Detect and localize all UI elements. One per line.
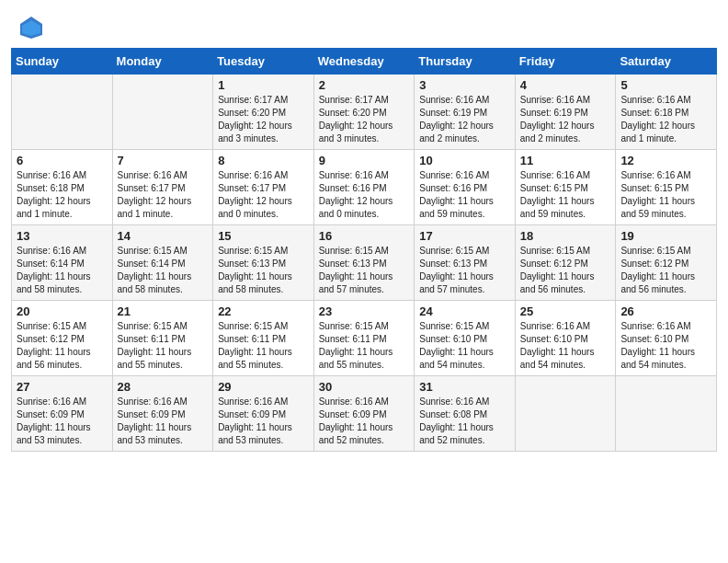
cell-info: Sunrise: 6:16 AM Sunset: 6:09 PM Dayligh…	[319, 396, 410, 447]
calendar-body: 1Sunrise: 6:17 AM Sunset: 6:20 PM Daylig…	[12, 75, 717, 452]
day-number: 14	[118, 229, 209, 243]
calendar-header: SundayMondayTuesdayWednesdayThursdayFrid…	[12, 49, 717, 75]
calendar-week-row: 1Sunrise: 6:17 AM Sunset: 6:20 PM Daylig…	[12, 75, 717, 150]
cell-info: Sunrise: 6:16 AM Sunset: 6:19 PM Dayligh…	[419, 94, 510, 145]
cell-info: Sunrise: 6:17 AM Sunset: 6:20 PM Dayligh…	[319, 94, 410, 145]
cell-info: Sunrise: 6:16 AM Sunset: 6:17 PM Dayligh…	[118, 169, 209, 221]
calendar-cell: 8Sunrise: 6:16 AM Sunset: 6:17 PM Daylig…	[213, 150, 314, 225]
header	[0, 0, 728, 48]
cell-info: Sunrise: 6:16 AM Sunset: 6:14 PM Dayligh…	[17, 245, 108, 296]
cell-info: Sunrise: 6:16 AM Sunset: 6:09 PM Dayligh…	[218, 396, 309, 447]
day-number: 19	[620, 229, 711, 243]
cell-info: Sunrise: 6:15 AM Sunset: 6:13 PM Dayligh…	[319, 245, 410, 296]
calendar-cell: 7Sunrise: 6:16 AM Sunset: 6:17 PM Daylig…	[112, 150, 213, 225]
day-number: 7	[118, 154, 209, 167]
calendar-cell: 28Sunrise: 6:16 AM Sunset: 6:09 PM Dayli…	[112, 376, 213, 452]
calendar-cell: 15Sunrise: 6:15 AM Sunset: 6:13 PM Dayli…	[213, 225, 314, 301]
calendar-cell: 29Sunrise: 6:16 AM Sunset: 6:09 PM Dayli…	[213, 376, 314, 452]
cell-info: Sunrise: 6:15 AM Sunset: 6:12 PM Dayligh…	[17, 320, 108, 372]
day-number: 9	[319, 154, 410, 167]
calendar-cell: 4Sunrise: 6:16 AM Sunset: 6:19 PM Daylig…	[515, 75, 616, 150]
page: SundayMondayTuesdayWednesdayThursdayFrid…	[0, 0, 728, 563]
header-row: SundayMondayTuesdayWednesdayThursdayFrid…	[12, 49, 717, 75]
calendar-cell: 3Sunrise: 6:16 AM Sunset: 6:19 PM Daylig…	[415, 75, 516, 150]
day-number: 1	[218, 78, 309, 92]
calendar-cell: 9Sunrise: 6:16 AM Sunset: 6:16 PM Daylig…	[313, 150, 415, 225]
calendar-cell: 31Sunrise: 6:16 AM Sunset: 6:08 PM Dayli…	[415, 376, 516, 452]
calendar-cell: 18Sunrise: 6:15 AM Sunset: 6:12 PM Dayli…	[515, 225, 616, 301]
header-day: Thursday	[415, 49, 516, 75]
calendar-cell: 22Sunrise: 6:15 AM Sunset: 6:11 PM Dayli…	[213, 301, 314, 376]
cell-info: Sunrise: 6:16 AM Sunset: 6:15 PM Dayligh…	[520, 169, 611, 221]
header-day: Wednesday	[313, 49, 415, 75]
calendar-cell	[616, 376, 717, 452]
day-number: 10	[419, 154, 510, 167]
cell-info: Sunrise: 6:16 AM Sunset: 6:10 PM Dayligh…	[620, 320, 711, 372]
day-number: 22	[218, 304, 309, 318]
day-number: 20	[17, 304, 108, 318]
cell-info: Sunrise: 6:15 AM Sunset: 6:11 PM Dayligh…	[118, 320, 209, 372]
calendar: SundayMondayTuesdayWednesdayThursdayFrid…	[0, 48, 728, 563]
cell-info: Sunrise: 6:15 AM Sunset: 6:14 PM Dayligh…	[118, 245, 209, 296]
logo	[18, 15, 48, 40]
cell-info: Sunrise: 6:16 AM Sunset: 6:18 PM Dayligh…	[620, 94, 711, 145]
calendar-cell: 21Sunrise: 6:15 AM Sunset: 6:11 PM Dayli…	[112, 301, 213, 376]
calendar-cell: 2Sunrise: 6:17 AM Sunset: 6:20 PM Daylig…	[313, 75, 415, 150]
cell-info: Sunrise: 6:16 AM Sunset: 6:16 PM Dayligh…	[419, 169, 510, 221]
day-number: 13	[17, 229, 108, 243]
header-day: Monday	[112, 49, 213, 75]
logo-icon	[18, 15, 44, 40]
calendar-cell: 24Sunrise: 6:15 AM Sunset: 6:10 PM Dayli…	[415, 301, 516, 376]
header-day: Sunday	[12, 49, 113, 75]
cell-info: Sunrise: 6:16 AM Sunset: 6:09 PM Dayligh…	[17, 396, 108, 447]
calendar-cell	[112, 75, 213, 150]
header-day: Friday	[515, 49, 616, 75]
cell-info: Sunrise: 6:17 AM Sunset: 6:20 PM Dayligh…	[218, 94, 309, 145]
cell-info: Sunrise: 6:15 AM Sunset: 6:11 PM Dayligh…	[218, 320, 309, 372]
day-number: 25	[520, 304, 611, 318]
cell-info: Sunrise: 6:16 AM Sunset: 6:10 PM Dayligh…	[520, 320, 611, 372]
calendar-week-row: 20Sunrise: 6:15 AM Sunset: 6:12 PM Dayli…	[12, 301, 717, 376]
cell-info: Sunrise: 6:16 AM Sunset: 6:16 PM Dayligh…	[319, 169, 410, 221]
calendar-cell: 10Sunrise: 6:16 AM Sunset: 6:16 PM Dayli…	[415, 150, 516, 225]
cell-info: Sunrise: 6:16 AM Sunset: 6:09 PM Dayligh…	[118, 396, 209, 447]
calendar-cell: 12Sunrise: 6:16 AM Sunset: 6:15 PM Dayli…	[616, 150, 717, 225]
day-number: 21	[118, 304, 209, 318]
day-number: 3	[419, 78, 510, 92]
calendar-cell: 17Sunrise: 6:15 AM Sunset: 6:13 PM Dayli…	[415, 225, 516, 301]
day-number: 12	[620, 154, 711, 167]
calendar-week-row: 6Sunrise: 6:16 AM Sunset: 6:18 PM Daylig…	[12, 150, 717, 225]
calendar-cell: 25Sunrise: 6:16 AM Sunset: 6:10 PM Dayli…	[515, 301, 616, 376]
day-number: 30	[319, 380, 410, 394]
calendar-week-row: 27Sunrise: 6:16 AM Sunset: 6:09 PM Dayli…	[12, 376, 717, 452]
cell-info: Sunrise: 6:15 AM Sunset: 6:12 PM Dayligh…	[620, 245, 711, 296]
calendar-cell: 14Sunrise: 6:15 AM Sunset: 6:14 PM Dayli…	[112, 225, 213, 301]
day-number: 24	[419, 304, 510, 318]
calendar-cell: 26Sunrise: 6:16 AM Sunset: 6:10 PM Dayli…	[616, 301, 717, 376]
cell-info: Sunrise: 6:15 AM Sunset: 6:12 PM Dayligh…	[520, 245, 611, 296]
calendar-cell: 11Sunrise: 6:16 AM Sunset: 6:15 PM Dayli…	[515, 150, 616, 225]
cell-info: Sunrise: 6:15 AM Sunset: 6:13 PM Dayligh…	[218, 245, 309, 296]
day-number: 16	[319, 229, 410, 243]
cell-info: Sunrise: 6:16 AM Sunset: 6:08 PM Dayligh…	[419, 396, 510, 447]
calendar-table: SundayMondayTuesdayWednesdayThursdayFrid…	[11, 48, 717, 452]
day-number: 28	[118, 380, 209, 394]
cell-info: Sunrise: 6:16 AM Sunset: 6:17 PM Dayligh…	[218, 169, 309, 221]
cell-info: Sunrise: 6:16 AM Sunset: 6:19 PM Dayligh…	[520, 94, 611, 145]
day-number: 17	[419, 229, 510, 243]
day-number: 15	[218, 229, 309, 243]
calendar-cell: 6Sunrise: 6:16 AM Sunset: 6:18 PM Daylig…	[12, 150, 113, 225]
day-number: 29	[218, 380, 309, 394]
day-number: 5	[620, 78, 711, 92]
day-number: 27	[17, 380, 108, 394]
day-number: 4	[520, 78, 611, 92]
day-number: 6	[17, 154, 108, 167]
calendar-cell: 30Sunrise: 6:16 AM Sunset: 6:09 PM Dayli…	[313, 376, 415, 452]
calendar-cell: 27Sunrise: 6:16 AM Sunset: 6:09 PM Dayli…	[12, 376, 113, 452]
header-day: Tuesday	[213, 49, 314, 75]
calendar-cell: 23Sunrise: 6:15 AM Sunset: 6:11 PM Dayli…	[313, 301, 415, 376]
day-number: 11	[520, 154, 611, 167]
cell-info: Sunrise: 6:16 AM Sunset: 6:18 PM Dayligh…	[17, 169, 108, 221]
day-number: 23	[319, 304, 410, 318]
calendar-cell: 19Sunrise: 6:15 AM Sunset: 6:12 PM Dayli…	[616, 225, 717, 301]
